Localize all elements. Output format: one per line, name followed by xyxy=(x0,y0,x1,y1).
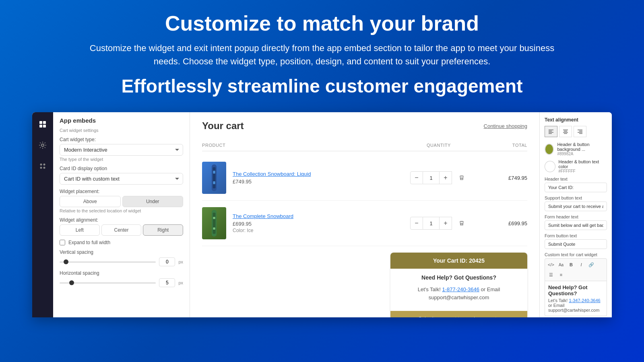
vertical-slider[interactable] xyxy=(60,259,156,265)
settings-panel: App embeds Cart widget settings Cart wid… xyxy=(53,112,190,317)
form-btn-input[interactable] xyxy=(545,239,607,249)
align-right-btn[interactable]: Right xyxy=(143,224,183,236)
delete-item-2[interactable] xyxy=(456,218,467,229)
rt-body: Let's Talk! 1-347-240-3646 or Email supp… xyxy=(548,298,603,313)
text-align-center-btn[interactable] xyxy=(559,126,572,137)
qty-decrease-2[interactable]: − xyxy=(410,217,423,230)
horizontal-spacing-input[interactable] xyxy=(159,278,175,287)
header-bg-info: Header & button background ... #89982A xyxy=(557,142,607,156)
horizontal-slider[interactable] xyxy=(60,280,156,286)
col-product: PRODUCT xyxy=(202,143,398,148)
expand-checkbox[interactable] xyxy=(60,240,65,245)
align-left-btn[interactable]: Left xyxy=(60,224,100,236)
svg-rect-15 xyxy=(213,217,215,219)
widget-type-label: Cart widget type: xyxy=(60,137,183,142)
widget-type-select[interactable]: Modern Interactive xyxy=(60,144,183,156)
delete-item-1[interactable] xyxy=(456,172,467,183)
cart-table-header: PRODUCT QUANTITY TOTAL xyxy=(202,140,527,151)
rt-list-btn[interactable]: ☰ xyxy=(547,270,555,279)
cart-item-1: The Collection Snowboard: Liquid £749.95… xyxy=(202,155,527,201)
svg-rect-0 xyxy=(39,121,42,124)
product-name-1[interactable]: The Collection Snowboard: Liquid xyxy=(233,171,311,177)
svg-rect-3 xyxy=(43,125,46,128)
header-text-field-label: Header text xyxy=(545,177,607,181)
product-details-2: The Complete Snowboard £699.95 Color: Ic… xyxy=(233,213,293,233)
product-info-2: The Complete Snowboard £699.95 Color: Ic… xyxy=(202,207,398,239)
cart-phone-link[interactable]: 1-877-240-3646 xyxy=(442,286,479,292)
header-text-color-row: Header & button text color #FFFFFF xyxy=(545,159,607,173)
header-text-label: Header & button text color xyxy=(559,159,607,169)
qty-increase-1[interactable]: + xyxy=(439,171,452,184)
svg-point-7 xyxy=(40,167,42,169)
placement-hint: Relative to the selected location of wid… xyxy=(60,208,183,213)
custom-text-label: Custom text for cart widget xyxy=(545,252,607,257)
header-text-input[interactable] xyxy=(545,183,607,192)
svg-rect-1 xyxy=(43,121,46,124)
qty-increase-2[interactable]: + xyxy=(439,217,452,230)
text-alignment-buttons xyxy=(545,126,607,137)
svg-rect-10 xyxy=(213,167,216,189)
continue-shopping-link[interactable]: Continue shopping xyxy=(484,123,527,129)
card-id-label: Card ID display option xyxy=(60,166,183,171)
rt-bold-btn[interactable]: B xyxy=(567,260,576,269)
settings-subtitle: Cart widget settings xyxy=(60,128,183,133)
svg-rect-2 xyxy=(39,125,42,128)
header-bg-color-row: Header & button background ... #89982A xyxy=(545,142,607,156)
quantity-control-1: − 1 + xyxy=(398,171,479,184)
cart-id-button[interactable]: Your Cart ID: 20425 xyxy=(390,253,527,269)
settings-icon[interactable] xyxy=(35,138,50,152)
qty-decrease-1[interactable]: − xyxy=(410,171,423,184)
cart-help-section: Need Help? Got Questions? Let's Talk! 1-… xyxy=(390,269,527,307)
cart-main: Your cart Continue shopping PRODUCT QUAN… xyxy=(190,112,539,317)
product-image-1 xyxy=(202,162,226,194)
placement-buttons: Above Under xyxy=(60,196,183,207)
product-name-2[interactable]: The Complete Snowboard xyxy=(233,213,293,219)
product-details-1: The Collection Snowboard: Liquid £749.95 xyxy=(233,171,311,185)
horizontal-spacing-row: px xyxy=(60,278,183,287)
subtitle: Customize the widget and exit intent pop… xyxy=(80,41,564,68)
apps-icon[interactable] xyxy=(35,159,50,173)
widget-hint: The type of the widget xyxy=(60,157,183,162)
vertical-spacing-input[interactable] xyxy=(159,257,175,266)
svg-rect-12 xyxy=(213,181,215,184)
sidebar xyxy=(32,112,53,317)
placement-above-btn[interactable]: Above xyxy=(60,196,121,207)
vertical-px-label: px xyxy=(178,259,183,264)
support-btn-input[interactable] xyxy=(545,202,607,211)
product-variant-2: Color: Ice xyxy=(233,228,293,233)
grid-icon[interactable] xyxy=(35,117,50,132)
header-text-value: #FFFFFF xyxy=(559,169,607,173)
rt-heading: Need Help? Got Questions? xyxy=(548,284,603,296)
rt-italic-btn[interactable]: I xyxy=(577,260,586,269)
form-header-field-label: Form header text xyxy=(545,214,607,219)
rt-code-btn[interactable]: </> xyxy=(547,260,555,269)
rt-phone-link[interactable]: 1-347-240-3646 xyxy=(569,298,600,303)
align-center-btn[interactable]: Center xyxy=(101,224,142,236)
rt-font-btn[interactable]: Aa xyxy=(557,260,566,269)
right-panel: Text alignment Header & button backgroun… xyxy=(539,112,612,317)
alignment-buttons: Left Center Right xyxy=(60,224,183,236)
text-align-left-btn[interactable] xyxy=(545,126,557,137)
svg-rect-14 xyxy=(213,213,216,234)
form-btn-field-label: Form button text xyxy=(545,233,607,238)
cart-title: Your cart xyxy=(202,120,244,132)
rt-link-btn[interactable]: 🔗 xyxy=(587,260,596,269)
expand-label: Expand to full width xyxy=(68,240,110,245)
submit-quote-button[interactable]: Submit your cart to receive a quote xyxy=(390,311,527,317)
card-id-select[interactable]: Cart ID with custom text xyxy=(60,173,183,185)
ui-demo: App embeds Cart widget settings Cart wid… xyxy=(32,112,612,317)
secondary-title: Effortlessly streamline customer engagem… xyxy=(32,75,612,97)
item-total-1: £749.95 xyxy=(479,175,527,181)
quantity-control-2: − 1 + xyxy=(398,217,479,230)
cart-help-text: Let's Talk! 1-877-240-3646 or Email supp… xyxy=(397,286,521,301)
text-align-right-btn[interactable] xyxy=(574,126,586,137)
header-bg-swatch[interactable] xyxy=(545,144,554,155)
form-header-input[interactable] xyxy=(545,220,607,230)
rt-ordered-btn[interactable]: ≡ xyxy=(557,270,566,279)
main-title: Customize to match your brand xyxy=(32,12,612,35)
vertical-spacing-label: Vertical spacing xyxy=(60,249,183,255)
placement-under-btn[interactable]: Under xyxy=(122,196,184,207)
rich-text-content[interactable]: Need Help? Got Questions? Let's Talk! 1-… xyxy=(545,281,607,316)
vertical-spacing-row: px xyxy=(60,257,183,266)
header-text-swatch[interactable] xyxy=(545,161,555,172)
